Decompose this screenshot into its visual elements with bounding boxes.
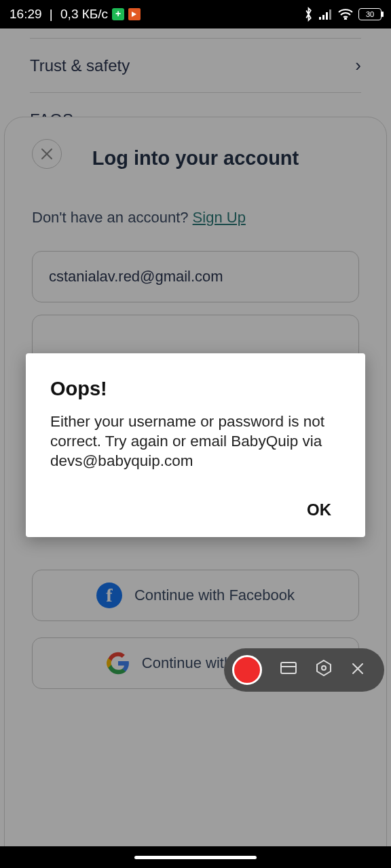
alert-title: Oops! bbox=[50, 378, 341, 400]
gesture-nav-bar[interactable] bbox=[0, 846, 391, 868]
alert-body: Either your username or password is not … bbox=[50, 412, 341, 471]
svg-rect-3 bbox=[329, 9, 331, 20]
screen-recorder-toolbar[interactable] bbox=[224, 648, 384, 692]
svg-rect-2 bbox=[326, 12, 328, 20]
svg-point-4 bbox=[345, 18, 346, 20]
status-data-rate: 0,3 КБ/с bbox=[60, 7, 108, 22]
record-button[interactable] bbox=[232, 655, 262, 685]
nav-handle bbox=[134, 856, 257, 859]
alert-ok-button[interactable]: OK bbox=[297, 494, 341, 526]
error-alert: Oops! Either your username or password i… bbox=[26, 353, 365, 537]
status-time: 16:29 bbox=[10, 7, 42, 22]
status-bar: 16:29 | 0,3 КБ/с 30 bbox=[0, 0, 391, 28]
svg-marker-7 bbox=[317, 660, 331, 675]
recorder-close-button[interactable] bbox=[350, 659, 365, 681]
svg-rect-0 bbox=[319, 17, 321, 20]
svg-point-8 bbox=[322, 666, 326, 670]
cellular-signal-icon bbox=[319, 9, 333, 20]
screen-record-indicator-icon bbox=[128, 8, 141, 20]
card-icon[interactable] bbox=[280, 660, 297, 679]
bluetooth-icon bbox=[303, 7, 314, 22]
svg-rect-5 bbox=[281, 663, 296, 673]
shield-icon bbox=[112, 8, 124, 20]
settings-hex-icon[interactable] bbox=[315, 659, 333, 681]
battery-icon: 30 bbox=[358, 8, 381, 20]
wifi-icon bbox=[338, 9, 353, 20]
svg-rect-1 bbox=[322, 15, 324, 20]
